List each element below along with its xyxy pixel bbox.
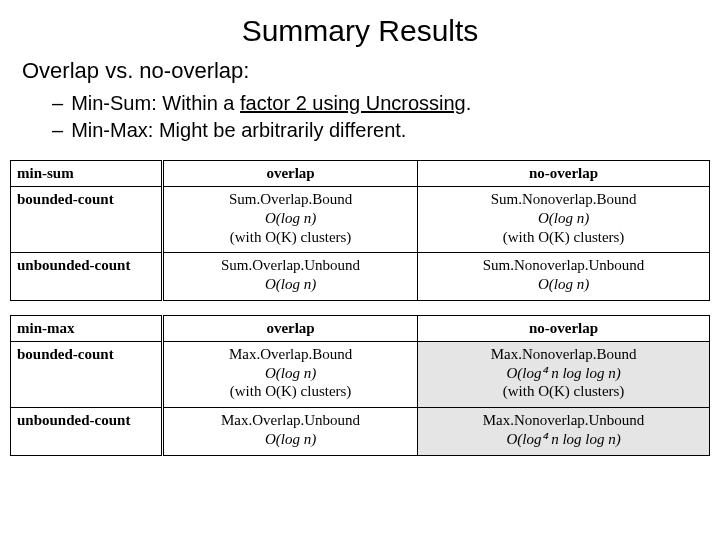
algo-name: Max.Overlap.Unbound: [168, 411, 413, 430]
dash-icon: –: [52, 90, 63, 117]
complexity: O(log n): [422, 209, 705, 228]
complexity: O(log⁴ n log log n): [422, 430, 705, 449]
cell: Max.Overlap.Bound O(log n) (with O(K) cl…: [163, 341, 418, 407]
cell: Sum.Overlap.Unbound O(log n): [163, 253, 418, 301]
complexity: O(log n): [168, 364, 413, 383]
cell: Sum.Overlap.Bound O(log n) (with O(K) cl…: [163, 187, 418, 253]
section-subhead: Overlap vs. no-overlap:: [22, 58, 720, 84]
bullet-list: – Min-Sum: Within a factor 2 using Uncro…: [52, 90, 720, 144]
col-header-overlap: overlap: [163, 315, 418, 341]
table-minsum: min-sum overlap no-overlap bounded-count…: [10, 160, 710, 301]
bullet-minsum: – Min-Sum: Within a factor 2 using Uncro…: [52, 90, 720, 117]
cell: Sum.Nonoverlap.Bound O(log n) (with O(K)…: [418, 187, 710, 253]
table-row: bounded-count Max.Overlap.Bound O(log n)…: [11, 341, 710, 407]
note: (with O(K) clusters): [422, 382, 705, 401]
page-title: Summary Results: [0, 14, 720, 48]
row-header-unbounded: unbounded-count: [11, 253, 163, 301]
algo-name: Sum.Overlap.Bound: [168, 190, 413, 209]
algo-name: Sum.Nonoverlap.Bound: [422, 190, 705, 209]
cell: Max.Overlap.Unbound O(log n): [163, 408, 418, 456]
col-header-nooverlap: no-overlap: [418, 315, 710, 341]
table-row: unbounded-count Sum.Overlap.Unbound O(lo…: [11, 253, 710, 301]
algo-name: Max.Overlap.Bound: [168, 345, 413, 364]
note: (with O(K) clusters): [422, 228, 705, 247]
cell-highlighted: Max.Nonoverlap.Bound O(log⁴ n log log n)…: [418, 341, 710, 407]
cell-highlighted: Max.Nonoverlap.Unbound O(log⁴ n log log …: [418, 408, 710, 456]
row-header-bounded: bounded-count: [11, 341, 163, 407]
uncrossing-link[interactable]: factor 2 using Uncrossing: [240, 92, 466, 114]
algo-name: Max.Nonoverlap.Unbound: [422, 411, 705, 430]
algo-name: Max.Nonoverlap.Bound: [422, 345, 705, 364]
col-header-overlap: overlap: [163, 161, 418, 187]
table-row: bounded-count Sum.Overlap.Bound O(log n)…: [11, 187, 710, 253]
bullet-text: Min-Max: Might be arbitrarily different.: [71, 117, 406, 144]
corner-label: min-max: [11, 315, 163, 341]
note: (with O(K) clusters): [168, 382, 413, 401]
table-row: unbounded-count Max.Overlap.Unbound O(lo…: [11, 408, 710, 456]
complexity: O(log n): [168, 430, 413, 449]
algo-name: Sum.Nonoverlap.Unbound: [422, 256, 705, 275]
row-header-unbounded: unbounded-count: [11, 408, 163, 456]
complexity: O(log n): [168, 209, 413, 228]
table-row: min-max overlap no-overlap: [11, 315, 710, 341]
col-header-nooverlap: no-overlap: [418, 161, 710, 187]
dash-icon: –: [52, 117, 63, 144]
bullet-text: Min-Sum: Within a: [71, 92, 240, 114]
complexity: O(log n): [422, 275, 705, 294]
bullet-minmax: – Min-Max: Might be arbitrarily differen…: [52, 117, 720, 144]
algo-name: Sum.Overlap.Unbound: [168, 256, 413, 275]
row-header-bounded: bounded-count: [11, 187, 163, 253]
table-row: min-sum overlap no-overlap: [11, 161, 710, 187]
corner-label: min-sum: [11, 161, 163, 187]
table-minmax: min-max overlap no-overlap bounded-count…: [10, 315, 710, 456]
bullet-text-suffix: .: [466, 92, 472, 114]
complexity: O(log⁴ n log log n): [422, 364, 705, 383]
cell: Sum.Nonoverlap.Unbound O(log n): [418, 253, 710, 301]
note: (with O(K) clusters): [168, 228, 413, 247]
complexity: O(log n): [168, 275, 413, 294]
